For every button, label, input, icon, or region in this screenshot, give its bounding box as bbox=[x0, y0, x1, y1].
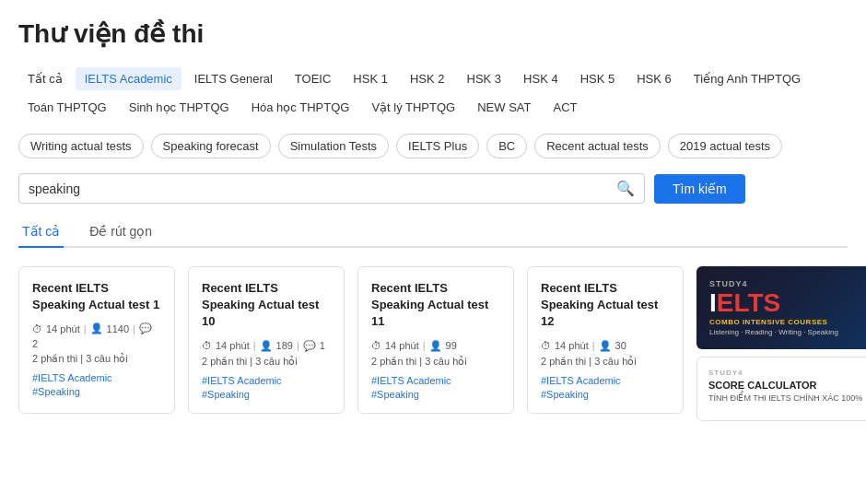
card-meta-row2: 2 phần thi | 3 câu hỏi bbox=[371, 356, 500, 368]
search-input[interactable] bbox=[29, 182, 616, 196]
user-icon bbox=[260, 340, 273, 352]
cat-tab-ielts-academic[interactable]: IELTS Academic bbox=[76, 67, 181, 90]
filter-pills: Writing actual testsSpeaking forecastSim… bbox=[18, 134, 848, 158]
cat-tab-tieng-anh-thptqg[interactable]: Tiếng Anh THPTQG bbox=[685, 67, 810, 90]
cat-tab-ielts-general[interactable]: IELTS General bbox=[185, 67, 282, 90]
test-card-card-4[interactable]: Recent IELTS Speaking Actual test 12 14 … bbox=[527, 266, 684, 414]
card-tag[interactable]: #Speaking bbox=[541, 389, 670, 400]
cards-area: Recent IELTS Speaking Actual test 1 14 p… bbox=[18, 266, 848, 421]
cat-tab-vat-ly-thptqg[interactable]: Vật lý THPTQG bbox=[362, 96, 464, 119]
cat-tab-sinh-hoc-thptqg[interactable]: Sinh học THPTQG bbox=[120, 96, 239, 119]
card-tags: #IELTS Academic#Speaking bbox=[371, 375, 500, 400]
cat-tab-hsk1[interactable]: HSK 1 bbox=[344, 67, 397, 90]
filter-pill-bc[interactable]: BC bbox=[486, 134, 527, 158]
cat-tab-tat-ca[interactable]: Tất cả bbox=[18, 67, 72, 90]
banner-ielts-elts: ELTS bbox=[717, 288, 780, 317]
cat-tab-hoa-hoc-thptqg[interactable]: Hóa học THPTQG bbox=[242, 96, 359, 119]
clock-icon bbox=[371, 340, 381, 351]
test-card-card-3[interactable]: Recent IELTS Speaking Actual test 11 14 … bbox=[357, 266, 514, 414]
user-icon bbox=[599, 340, 612, 352]
cat-tab-hsk4[interactable]: HSK 4 bbox=[514, 67, 568, 90]
cat-tab-toeic[interactable]: TOEIC bbox=[286, 67, 341, 90]
card-tag[interactable]: #Speaking bbox=[32, 386, 161, 397]
card-meta-row1: 14 phút | 30 bbox=[541, 340, 670, 352]
card-title: Recent IELTS Speaking Actual test 10 bbox=[202, 280, 331, 331]
card-meta-row2: 2 phần thi | 3 câu hỏi bbox=[202, 356, 331, 368]
filter-pill-simulation-tests[interactable]: Simulation Tests bbox=[278, 134, 389, 158]
card-tags: #IELTS Academic#Speaking bbox=[202, 375, 331, 400]
cat-tab-hsk3[interactable]: HSK 3 bbox=[458, 67, 511, 90]
banner-combo-label: COMBO INTENSIVE COURSES bbox=[709, 318, 866, 326]
card-title: Recent IELTS Speaking Actual test 1 bbox=[32, 280, 161, 313]
card-title: Recent IELTS Speaking Actual test 11 bbox=[371, 280, 500, 331]
search-button[interactable]: Tìm kiếm bbox=[654, 174, 745, 204]
cat-tab-toan-thptqg[interactable]: Toán THPTQG bbox=[18, 96, 116, 119]
clock-icon bbox=[541, 340, 551, 351]
test-card-card-1[interactable]: Recent IELTS Speaking Actual test 1 14 p… bbox=[18, 266, 175, 414]
banner-ielts-subtitle: Listening · Reading · Writing · Speaking bbox=[709, 328, 866, 336]
card-tags: #IELTS Academic#Speaking bbox=[32, 372, 161, 397]
card-tag[interactable]: #IELTS Academic bbox=[32, 372, 161, 383]
search-box: 🔍 bbox=[18, 173, 645, 204]
banner-score-title: SCORE CALCULATOR bbox=[708, 379, 866, 392]
banner-ielts-i: I bbox=[709, 288, 717, 317]
banner-study4-label: STUDY4 bbox=[709, 279, 866, 288]
card-title: Recent IELTS Speaking Actual test 12 bbox=[541, 280, 670, 331]
cat-tab-act[interactable]: ACT bbox=[544, 96, 586, 119]
card-meta-row2: 2 phần thi | 3 câu hỏi bbox=[32, 353, 161, 365]
card-tag[interactable]: #Speaking bbox=[371, 389, 500, 400]
score-banner[interactable]: STUDY4 SCORE CALCULATOR TÍNH ĐIỂM THI IE… bbox=[696, 357, 866, 421]
sub-tab-de-rut-gon[interactable]: Đề rút gọn bbox=[86, 217, 156, 248]
side-banners: STUDY4 IELTS COMBO INTENSIVE COURSES Lis… bbox=[696, 266, 866, 421]
user-icon bbox=[90, 322, 103, 334]
cat-tab-hsk5[interactable]: HSK 5 bbox=[571, 67, 625, 90]
cat-tab-hsk2[interactable]: HSK 2 bbox=[401, 67, 454, 90]
filter-pill-speaking-forecast[interactable]: Speaking forecast bbox=[151, 134, 271, 158]
banner-score-study4: STUDY4 bbox=[708, 369, 866, 377]
cat-tab-new-sat[interactable]: NEW SAT bbox=[468, 96, 540, 119]
banner-ielts-title: IELTS bbox=[709, 290, 866, 316]
card-tag[interactable]: #Speaking bbox=[202, 389, 331, 400]
sub-tabs: Tất cảĐề rút gọn bbox=[18, 217, 848, 248]
search-icon-button[interactable]: 🔍 bbox=[616, 180, 635, 197]
card-tag[interactable]: #IELTS Academic bbox=[202, 375, 331, 386]
filter-pill-recent-actual[interactable]: Recent actual tests bbox=[534, 134, 661, 158]
card-tag[interactable]: #IELTS Academic bbox=[541, 375, 670, 386]
ielts-banner[interactable]: STUDY4 IELTS COMBO INTENSIVE COURSES Lis… bbox=[696, 266, 866, 349]
page-title: Thư viện đề thi bbox=[18, 18, 848, 49]
card-tag[interactable]: #IELTS Academic bbox=[371, 375, 500, 386]
clock-icon bbox=[32, 323, 42, 334]
test-card-card-2[interactable]: Recent IELTS Speaking Actual test 10 14 … bbox=[188, 266, 345, 414]
card-meta-row1: 14 phút | 1140 | 2 bbox=[32, 322, 161, 349]
card-meta-row2: 2 phần thi | 3 câu hỏi bbox=[541, 356, 670, 368]
clock-icon bbox=[202, 340, 212, 351]
card-meta-row1: 14 phút | 99 bbox=[371, 340, 500, 352]
filter-pill-2019-actual[interactable]: 2019 actual tests bbox=[668, 134, 782, 158]
category-tabs: Tất cảIELTS AcademicIELTS GeneralTOEICHS… bbox=[18, 67, 848, 119]
filter-pill-ielts-plus[interactable]: IELTS Plus bbox=[396, 134, 479, 158]
filter-pill-writing-actual[interactable]: Writing actual tests bbox=[18, 134, 144, 158]
banner-score-sub: TÍNH ĐIỂM THI IELTS CHÍNH XÁC 100% bbox=[708, 393, 866, 403]
card-tags: #IELTS Academic#Speaking bbox=[541, 375, 670, 400]
search-row: 🔍 Tìm kiếm bbox=[18, 173, 848, 204]
chat-icon bbox=[139, 322, 152, 334]
sub-tab-tat-ca[interactable]: Tất cả bbox=[18, 217, 64, 248]
user-icon bbox=[429, 340, 442, 352]
card-meta-row1: 14 phút | 189 | 1 bbox=[202, 340, 331, 352]
cat-tab-hsk6[interactable]: HSK 6 bbox=[627, 67, 681, 90]
cards-grid: Recent IELTS Speaking Actual test 1 14 p… bbox=[18, 266, 684, 414]
chat-icon bbox=[303, 340, 316, 352]
